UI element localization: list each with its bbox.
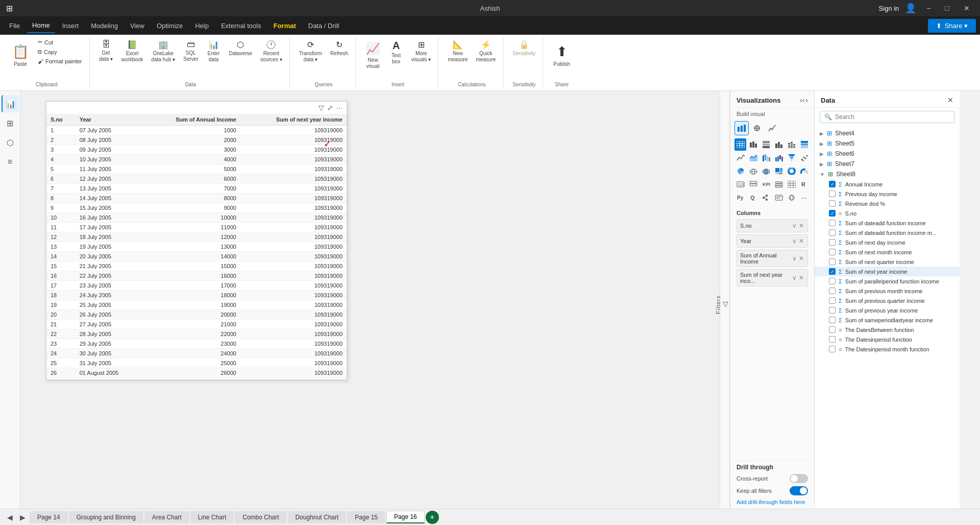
data-search-box[interactable]: 🔍 [820, 111, 954, 123]
viz-column-icon[interactable] [773, 138, 785, 151]
close-btn[interactable]: ✕ [960, 2, 974, 14]
viz-r-icon[interactable]: R [798, 178, 810, 190]
field-dateadd-income-m[interactable]: Σ Sum of dateadd function income m... [815, 228, 960, 237]
tab-doughnut-chart[interactable]: Doughnut Chart [288, 511, 347, 523]
viz-ai-decomp-icon[interactable] [760, 192, 772, 204]
field-prev-quarter-income[interactable]: Σ Sum of previous quarter income [815, 296, 960, 305]
viz-more-icon[interactable]: ··· [798, 192, 810, 204]
data-search-input[interactable] [835, 113, 950, 121]
viz-bar-icon[interactable] [747, 138, 759, 151]
viz-slicer-icon[interactable] [773, 178, 785, 190]
tab-line-chart[interactable]: Line Chart [190, 511, 234, 523]
col-annual-sort-btn[interactable]: ∨ [792, 254, 797, 262]
field-sno[interactable]: ✓ ≡ S.no [815, 208, 960, 218]
col-year-sort-btn[interactable]: ∨ [792, 237, 797, 245]
viz-python-icon[interactable]: Py [734, 192, 746, 204]
add-drill-link[interactable]: Add drill-through fields here [737, 499, 805, 505]
col-sno-sort-btn[interactable]: ∨ [792, 222, 797, 230]
format-painter-button[interactable]: 🖌 Format painter [35, 57, 85, 65]
field-sameperiod-income[interactable]: Σ Sum of sameperiodlastyear income [815, 315, 960, 325]
copy-button[interactable]: ⧉ Copy [35, 47, 85, 56]
get-data-button[interactable]: 🗄 Getdata ▾ [96, 38, 116, 64]
menu-file[interactable]: File [4, 19, 25, 33]
field-prev-year-income[interactable]: Σ Sum of previous year income [815, 305, 960, 315]
viz-qa-icon[interactable]: Q [747, 192, 759, 204]
more-options-btn[interactable]: ··· [336, 104, 342, 112]
menu-format[interactable]: Format [268, 19, 301, 33]
nav-next-btn[interactable]: ▶ [17, 512, 29, 523]
sql-server-button[interactable]: 🗃 SQLServer [180, 38, 201, 64]
tab-area-chart[interactable]: Area Chart [144, 511, 189, 523]
viz-collapse-btn[interactable]: ‹‹ [800, 96, 804, 104]
field-parallel-income[interactable]: Σ Sum of parallelperiod function income [815, 276, 960, 286]
user-icon[interactable]: 👤 [905, 3, 916, 14]
share-button[interactable]: ⬆ Share ▾ [928, 19, 976, 33]
tree-sheet7[interactable]: ▶ ⊞ Sheet7 [815, 159, 960, 169]
keep-filters-toggle[interactable] [790, 486, 808, 495]
field-datesinperiod-month[interactable]: ≡ The Datesinperiod month function [815, 344, 960, 354]
viz-ribbon-icon[interactable] [760, 152, 772, 164]
sign-in-label[interactable]: Sign in [879, 5, 899, 12]
viz-area-icon[interactable] [747, 152, 759, 164]
tab-page16[interactable]: Page 16 [386, 511, 425, 523]
viz-expand-btn[interactable]: › [805, 96, 808, 104]
col-annual-remove-btn[interactable]: ✕ [798, 254, 804, 262]
report-view-btn[interactable]: 📊 [2, 95, 19, 112]
field-datesinperiod[interactable]: ≡ The Datesinperiod function [815, 335, 960, 344]
add-page-btn[interactable]: + [426, 511, 439, 524]
recent-sources-button[interactable]: 🕐 Recentsources ▾ [257, 38, 285, 65]
maximize-btn[interactable]: □ [941, 2, 953, 14]
field-next-year-income[interactable]: ✓ Σ Sum of next year income [815, 267, 960, 276]
new-visual-button[interactable]: 📈 Newvisual [362, 38, 384, 74]
field-next-day-income[interactable]: Σ Sum of next day income [815, 237, 960, 247]
onelake-button[interactable]: 🏢 OneLakedata hub ▾ [148, 38, 178, 65]
field-revenue-dod[interactable]: Σ Revenue dod % [815, 199, 960, 208]
tab-page14[interactable]: Page 14 [30, 511, 68, 523]
transform-data-button[interactable]: ⟳ Transformdata ▾ [296, 38, 325, 65]
viz-line-icon[interactable] [734, 152, 746, 164]
viz-waterfall-icon[interactable] [773, 152, 785, 164]
field-dateadd-income[interactable]: Σ Sum of dateadd function income [815, 218, 960, 228]
col-year-remove-btn[interactable]: ✕ [798, 237, 804, 245]
viz-map-icon[interactable] [747, 165, 759, 177]
table-view-btn[interactable]: ⊞ [2, 114, 19, 132]
refresh-button[interactable]: ↻ Refresh [327, 38, 351, 59]
text-box-button[interactable]: A Textbox [386, 38, 406, 67]
cut-button[interactable]: ✂ Cut [35, 38, 85, 46]
viz-pie-icon[interactable] [734, 165, 746, 177]
nav-prev-btn[interactable]: ◀ [4, 512, 16, 523]
menu-home[interactable]: Home [27, 18, 55, 33]
viz-table-icon[interactable] [734, 138, 746, 151]
more-visuals-button[interactable]: ⊞ Morevisuals ▾ [408, 38, 434, 65]
model-view-btn[interactable]: ⬡ [2, 134, 19, 151]
filter-visual-btn[interactable]: ▽ [318, 104, 324, 112]
viz-gauge-icon[interactable] [798, 165, 810, 177]
menu-insert[interactable]: Insert [57, 19, 84, 33]
minimize-btn[interactable]: − [922, 2, 935, 14]
menu-view[interactable]: View [125, 19, 150, 33]
tree-sheet4[interactable]: ▶ ⊞ Sheet4 [815, 128, 960, 138]
paste-button[interactable]: 📋 Paste [8, 38, 33, 74]
menu-help[interactable]: Help [190, 19, 214, 33]
viz-matrix-icon[interactable] [786, 178, 797, 190]
sensitivity-button[interactable]: 🔒 Sensitivity [509, 38, 538, 59]
field-next-quarter-income[interactable]: Σ Sum of next quarter income [815, 257, 960, 267]
publish-button[interactable]: ⬆ Publish [549, 38, 574, 74]
viz-scatter-icon[interactable] [798, 152, 810, 164]
tab-grouping-binning[interactable]: Grouping and Binning [69, 511, 143, 523]
viz-multirow-card-icon[interactable] [747, 178, 759, 190]
tree-sheet8[interactable]: ▼ ⊞ Sheet8 [815, 169, 960, 179]
field-annual-income[interactable]: ✓ Σ Annual Income [815, 179, 960, 189]
viz-smart-narrative-icon[interactable] [773, 192, 785, 204]
tab-page15[interactable]: Page 15 [347, 511, 385, 523]
viz-stacked-bar-icon[interactable] [760, 138, 772, 151]
viz-funnel-icon[interactable] [786, 152, 797, 164]
menu-modeling[interactable]: Modeling [86, 19, 123, 33]
enter-data-button[interactable]: 📊 Enterdata [204, 38, 224, 65]
new-measure-button[interactable]: 📐 Newmeasure [445, 38, 471, 65]
menu-external-tools[interactable]: External tools [216, 19, 266, 33]
viz-filled-map-icon[interactable] [760, 165, 772, 177]
viz-card-icon[interactable]: 123 [734, 178, 746, 190]
viz-100pct-icon[interactable] [798, 138, 810, 151]
viz-kpi-icon[interactable]: KPI [760, 178, 772, 190]
